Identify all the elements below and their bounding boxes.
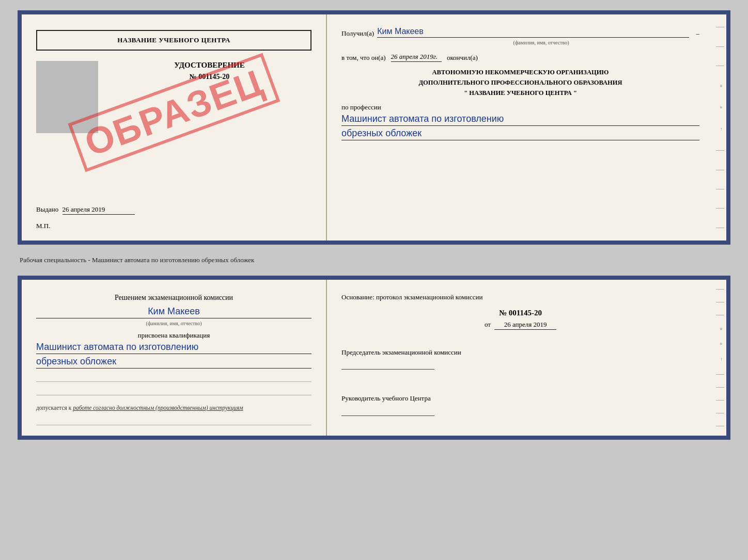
bottom-left-panel: Решением экзаменационной комиссии Ким Ма…: [22, 280, 327, 436]
margin-line-5: [716, 170, 724, 170]
margin-line-b1: [716, 289, 724, 290]
school-name-label: НАЗВАНИЕ УЧЕБНОГО ЦЕНТРА: [117, 36, 230, 44]
date-line: в том, что он(а) 26 апреля 2019г. окончи…: [341, 53, 699, 62]
profession-line2: обрезных обложек: [341, 128, 699, 140]
qual-label: присвоена квалификация: [36, 331, 311, 340]
margin-b-char-i: и: [716, 328, 724, 330]
margin-b-char-a: а: [716, 343, 724, 345]
commission-intro: Решением экзаменационной комиссии: [36, 292, 311, 303]
director-block: Руководитель учебного Центра: [341, 393, 699, 422]
mp-line: М.П.: [36, 222, 311, 230]
margin-line-6: [716, 189, 724, 189]
cert-number: № 001145-20: [107, 73, 311, 81]
recipient-label: Получил(а): [341, 29, 374, 38]
recipient-line: Получил(а) Ким Макеев –: [341, 27, 699, 38]
top-document: НАЗВАНИЕ УЧЕБНОГО ЦЕНТРА УДОСТОВЕРЕНИЕ №…: [18, 10, 730, 245]
specialty-description: Рабочая специальность - Машинист автомат…: [20, 256, 254, 264]
margin-char-i: и: [716, 85, 724, 87]
school-name-box: НАЗВАНИЕ УЧЕБНОГО ЦЕНТРА: [36, 30, 311, 51]
margin-line-8: [716, 228, 724, 228]
margin-line-3: [716, 66, 724, 66]
issued-date: 26 апреля 2019: [63, 205, 105, 213]
margin-line-b4: [716, 374, 724, 375]
org-line1: АВТОНОМНУЮ НЕКОММЕРЧЕСКУЮ ОРГАНИЗАЦИЮ: [341, 67, 699, 77]
note-intro: допускается к: [36, 405, 71, 411]
margin-line-b3: [716, 315, 724, 315]
issued-line: Выдано 26 апреля 2019: [36, 205, 311, 215]
margin-line-b5: [716, 387, 724, 388]
org-line2: ДОПОЛНИТЕЛЬНОГО ПРОФЕССИОНАЛЬНОГО ОБРАЗО…: [341, 77, 699, 88]
bottom-note: допускается к работе согласно должностны…: [36, 405, 311, 411]
cert-title: УДОСТОВЕРЕНИЕ: [107, 61, 311, 70]
margin-char-a: а: [716, 106, 724, 108]
margin-line-1: [716, 27, 724, 27]
profession-label: по профессии: [341, 103, 699, 111]
protocol-date: от 26 апреля 2019: [341, 321, 699, 330]
recipient-sub: (фамилия, имя, отчество): [383, 40, 699, 45]
margin-line-4: [716, 150, 724, 151]
margin-line-b7: [716, 413, 724, 413]
bottom-person-name: Ким Макеев: [148, 306, 200, 316]
issued-label: Выдано: [36, 205, 58, 213]
bottom-qual-line2: обрезных обложек: [36, 356, 311, 369]
protocol-number: № 001145-20: [341, 309, 699, 317]
margin-line-b2: [716, 302, 724, 302]
protocol-date-prefix: от: [485, 321, 491, 328]
top-right-panel: Получил(а) Ким Макеев – (фамилия, имя, о…: [327, 14, 714, 241]
commission-intro-text: Решением экзаменационной комиссии: [115, 294, 233, 301]
chairman-signature-line: [341, 359, 434, 370]
photo-placeholder: [36, 61, 98, 133]
top-left-panel: НАЗВАНИЕ УЧЕБНОГО ЦЕНТРА УДОСТОВЕРЕНИЕ №…: [22, 14, 327, 241]
chairman-label: Председатель экзаменационной комиссии: [341, 347, 699, 358]
right-margin-bottom: и а ←: [714, 280, 726, 436]
director-label: Руководитель учебного Центра: [341, 393, 699, 404]
bottom-qual-line1: Машинист автомата по изготовлению: [36, 342, 311, 354]
date-label: в том, что он(а): [341, 54, 386, 62]
between-cards-text: Рабочая специальность - Машинист автомат…: [18, 253, 730, 267]
recipient-name: Ким Макеев: [377, 27, 424, 36]
margin-line-7: [716, 208, 724, 209]
bottom-right-panel: Основание: протокол экзаменационной коми…: [327, 280, 714, 436]
org-line3: " НАЗВАНИЕ УЧЕБНОГО ЦЕНТРА ": [341, 88, 699, 98]
bottom-document: Решением экзаменационной комиссии Ким Ма…: [18, 276, 730, 440]
right-margin-top: и а ←: [714, 14, 726, 241]
bottom-person-sub: (фамилия, имя, отчество): [36, 321, 311, 326]
org-text: АВТОНОМНУЮ НЕКОММЕРЧЕСКУЮ ОРГАНИЗАЦИЮ ДО…: [341, 67, 699, 98]
margin-line-b6: [716, 400, 724, 401]
profession-line1: Машинист автомата по изготовлению: [341, 114, 699, 126]
margin-line-2: [716, 46, 724, 47]
basis-label: Основание: протокол экзаменационной коми…: [341, 292, 699, 302]
date-value: 26 апреля 2019г.: [391, 53, 438, 60]
margin-b-char-arrow: ←: [716, 357, 724, 362]
margin-line-b8: [716, 426, 724, 426]
margin-char-arrow: ←: [716, 127, 724, 132]
completed-label: окончил(а): [447, 54, 478, 62]
director-signature-line: [341, 406, 434, 416]
chairman-block: Председатель экзаменационной комиссии: [341, 347, 699, 376]
note-text: работе согласно должностным (производств…: [73, 405, 243, 411]
protocol-date-value: 26 апреля 2019: [504, 321, 547, 328]
